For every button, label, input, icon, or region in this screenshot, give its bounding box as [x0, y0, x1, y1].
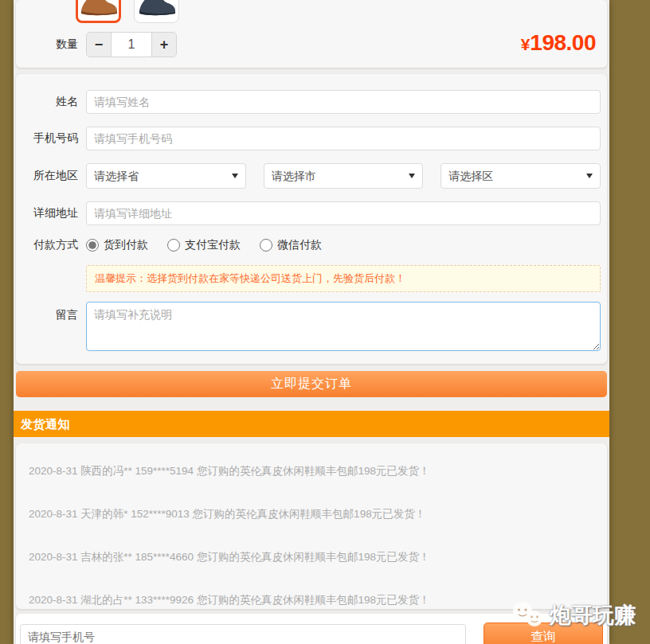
- quantity-plus-button[interactable]: +: [152, 33, 176, 57]
- province-select[interactable]: 请选择省: [86, 163, 246, 189]
- notice-item: 2020-8-31 陕西的冯** 159****5194 您订购的英伦真皮休闲鞋…: [29, 455, 594, 498]
- payment-options: 货到付款 支付宝付款 微信付款: [86, 238, 322, 252]
- address-input[interactable]: [86, 201, 601, 225]
- name-label: 姓名: [16, 95, 86, 109]
- name-row: 姓名: [16, 90, 601, 114]
- payment-option-cod[interactable]: 货到付款: [86, 238, 148, 252]
- phone-row: 手机号码: [16, 127, 601, 150]
- brown-shoe-image: [80, 0, 118, 17]
- region-selects: 请选择省 请选择市 请选择区: [86, 163, 601, 189]
- alipay-radio[interactable]: [167, 239, 180, 252]
- product-price: ¥198.00: [521, 30, 596, 56]
- tip-row: 温馨提示：选择货到付款在家等快递公司送货上门，先验货后付款！: [16, 265, 601, 292]
- province-select-wrap: 请选择省: [86, 163, 246, 189]
- city-select[interactable]: 请选择市: [264, 163, 424, 189]
- city-select-wrap: 请选择市: [264, 163, 424, 189]
- warm-tip: 温馨提示：选择货到付款在家等快递公司送货上门，先验货后付款！: [86, 265, 601, 292]
- currency-symbol: ¥: [521, 35, 531, 53]
- quantity-label: 数量: [16, 37, 86, 52]
- district-select[interactable]: 请选择区: [441, 163, 601, 189]
- message-row: 留言: [16, 302, 601, 351]
- quantity-minus-button[interactable]: −: [87, 33, 111, 57]
- address-label: 详细地址: [16, 206, 86, 221]
- order-form-card: 姓名 手机号码 所在地区 请选择省 请选择市: [16, 74, 607, 364]
- product-thumbnails: [76, 0, 179, 23]
- notice-item: 2020-8-31 湖北的占** 133****9926 您订购的英伦真皮休闲鞋…: [29, 584, 594, 609]
- notice-item: 2020-8-31 吉林的张** 185****4660 您订购的英伦真皮休闲鞋…: [29, 541, 594, 584]
- product-card: 数量 − + ¥198.00: [16, 0, 607, 68]
- notice-item: 2020-8-31 天津的韩* 152****9013 您订购的英伦真皮休闲鞋顺…: [29, 498, 594, 541]
- wechat-label: 微信付款: [277, 238, 322, 252]
- phone-label: 手机号码: [16, 131, 86, 146]
- address-row: 详细地址: [16, 201, 601, 225]
- price-amount: 198.00: [530, 30, 596, 55]
- cod-radio[interactable]: [86, 239, 99, 252]
- query-phone-input[interactable]: [20, 624, 466, 644]
- quantity-stepper: − +: [86, 32, 177, 57]
- navy-shoe-image: [138, 0, 176, 17]
- quantity-input[interactable]: [111, 33, 152, 57]
- region-label: 所在地区: [16, 169, 86, 183]
- region-row: 所在地区 请选择省 请选择市 请选择区: [16, 163, 601, 189]
- name-input[interactable]: [86, 90, 601, 114]
- shipping-notice-card: 2020-8-31 陕西的冯** 159****5194 您订购的英伦真皮休闲鞋…: [16, 443, 607, 609]
- page-content: 数量 − + ¥198.00 姓名 手机号码 所在地区 请选择: [14, 0, 609, 644]
- product-thumbnail-brown[interactable]: [76, 0, 121, 23]
- payment-row: 付款方式 货到付款 支付宝付款 微信付款: [16, 238, 601, 252]
- submit-order-button[interactable]: 立即提交订单: [16, 371, 607, 397]
- message-label: 留言: [16, 302, 86, 322]
- quantity-row: 数量 − +: [16, 32, 607, 57]
- payment-option-wechat[interactable]: 微信付款: [260, 238, 322, 252]
- query-button[interactable]: 查询: [484, 623, 603, 644]
- message-textarea[interactable]: [86, 302, 601, 351]
- district-select-wrap: 请选择区: [441, 163, 601, 189]
- payment-option-alipay[interactable]: 支付宝付款: [167, 238, 241, 252]
- cod-label: 货到付款: [104, 238, 148, 252]
- shipping-notice-header: 发货通知: [14, 411, 609, 437]
- product-thumbnail-navy[interactable]: [134, 0, 179, 23]
- alipay-label: 支付宝付款: [185, 238, 241, 252]
- wechat-radio[interactable]: [260, 239, 272, 252]
- payment-label: 付款方式: [16, 238, 86, 252]
- phone-input[interactable]: [86, 127, 601, 150]
- order-query-bar: 查询: [16, 614, 607, 644]
